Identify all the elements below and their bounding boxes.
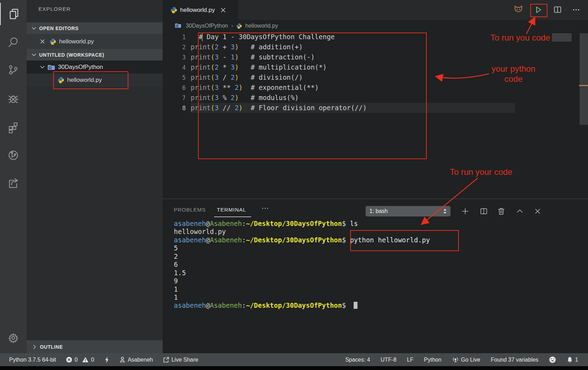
tree-item-folder[interactable]: 30DaysOfPython: [27, 61, 163, 73]
open-editors-section-header[interactable]: OPEN EDITORS: [27, 22, 163, 34]
warning-count: 0: [91, 357, 94, 363]
scrollbar-marker: [579, 85, 588, 86]
variables-status[interactable]: Found 37 variables: [491, 357, 538, 363]
share-icon[interactable]: [0, 172, 27, 194]
tab-terminal[interactable]: TERMINAL: [217, 207, 246, 213]
run-button[interactable]: [532, 3, 545, 16]
open-editor-item[interactable]: helloworld.py: [27, 34, 163, 49]
search-icon[interactable]: [0, 31, 27, 53]
terminal-line: 9: [174, 277, 430, 285]
status-bar: Python 3.7.5 64-bit 0 0 Asabeneh Live Sh…: [0, 353, 588, 366]
code-line[interactable]: 6print(3 ** 2) # exponential(**): [163, 83, 588, 93]
close-panel-icon[interactable]: [532, 206, 543, 216]
source-control-icon[interactable]: [0, 59, 27, 81]
close-editor-icon[interactable]: [40, 39, 45, 44]
chevron-down-icon: [31, 52, 36, 57]
tab-helloworld[interactable]: helloworld.py: [163, 0, 238, 20]
line-number: 5: [163, 74, 191, 81]
terminal-cursor: [354, 302, 357, 309]
terminal-line: 1: [174, 293, 430, 301]
indentation-status[interactable]: Spaces: 4: [345, 357, 370, 363]
breadcrumb-file[interactable]: helloworld.py: [245, 23, 278, 29]
explorer-sidebar: EXPLORER OPEN EDITORS helloworld.py UNTI…: [27, 0, 163, 353]
code-text: print(2 * 3) # multiplication(*): [191, 62, 515, 72]
warning-icon: [82, 356, 89, 363]
python-file-icon: [49, 38, 56, 45]
sidebar-title: EXPLORER: [38, 6, 71, 12]
explorer-icon[interactable]: [0, 3, 27, 25]
tab-problems[interactable]: PROBLEMS: [174, 207, 206, 213]
code-line[interactable]: 1 # Day 1 - 30DaysOfPython Challenge: [163, 32, 588, 42]
python-interpreter-status[interactable]: Python 3.7.5 64-bit: [9, 357, 56, 363]
terminal-output[interactable]: asabeneh@Asabeneh:~/Desktop/30DaysOfPyth…: [174, 220, 430, 310]
settings-gear-icon[interactable]: [0, 327, 27, 349]
folder-name-label: 30DaysOfPython: [58, 64, 103, 71]
code-line[interactable]: 4print(2 * 3) # multiplication(*): [163, 62, 588, 72]
extensions-icon[interactable]: [0, 116, 27, 138]
outline-label: OUTLINE: [40, 344, 63, 350]
outline-section-header[interactable]: OUTLINE: [27, 340, 163, 353]
open-editor-file-label: helloworld.py: [59, 38, 94, 45]
terminal-line: asabeneh@Asabeneh:~/Desktop/30DaysOfPyth…: [174, 236, 430, 244]
terminal-line: helloworld.py: [174, 228, 430, 236]
chevron-down-icon: [40, 65, 45, 70]
problems-status[interactable]: 0 0: [66, 356, 94, 363]
go-live-label: Go Live: [461, 357, 480, 363]
breadcrumb-folder[interactable]: 30DaysOfPython: [186, 23, 228, 29]
shell-selector[interactable]: 1: bash: [366, 206, 451, 216]
lightning-status[interactable]: [104, 356, 109, 363]
eol-status[interactable]: LF: [407, 357, 413, 363]
code-text: print(3 ** 2) # exponential(**): [191, 83, 515, 93]
line-number: 2: [163, 44, 191, 51]
code-line[interactable]: 2print(2 + 3) # addition(+): [163, 42, 588, 52]
cat-icon[interactable]: [512, 3, 525, 16]
minimap[interactable]: [552, 34, 572, 42]
live-share-session-icon[interactable]: [0, 144, 27, 166]
folder-icon: [48, 64, 55, 71]
maximize-panel-icon[interactable]: [515, 206, 525, 216]
broadcast-icon: [452, 356, 459, 363]
code-text: print(3 - 1) # subtraction(-): [191, 52, 515, 62]
live-share-status[interactable]: Live Share: [163, 356, 198, 363]
split-terminal-icon[interactable]: [479, 206, 489, 216]
bell-icon: [567, 356, 573, 363]
close-tab-icon[interactable]: [220, 7, 226, 13]
debug-icon[interactable]: [0, 88, 27, 110]
terminal-line: 1.5: [174, 269, 430, 277]
code-line[interactable]: 5print(3 / 2) # division(/): [163, 72, 588, 83]
editor-scrollbar[interactable]: [580, 33, 588, 125]
code-text: # Day 1 - 30DaysOfPython Challenge: [191, 32, 515, 42]
tree-item-file[interactable]: helloworld.py: [27, 73, 163, 87]
feedback-smiley[interactable]: [549, 356, 556, 363]
go-live-status[interactable]: Go Live: [452, 356, 480, 363]
bottom-panel: PROBLEMS TERMINAL ⋯ 1: bash asabeneh@Asa…: [163, 199, 588, 353]
account-status[interactable]: Asabeneh: [119, 356, 153, 363]
workspace-section-header[interactable]: UNTITLED (WORKSPACE): [27, 49, 163, 61]
line-number: 4: [163, 64, 191, 71]
new-terminal-icon[interactable]: [460, 206, 470, 216]
breadcrumb-separator: ›: [231, 23, 233, 29]
activity-bar: [0, 0, 27, 353]
line-number: 7: [163, 94, 191, 101]
live-share-label: Live Share: [171, 357, 198, 363]
window-bottom-edge: [0, 366, 588, 370]
active-tab-underline: [214, 216, 251, 217]
panel-more-tabs[interactable]: ⋯: [262, 204, 269, 212]
python-file-icon: [57, 77, 64, 84]
user-label: Asabeneh: [128, 357, 153, 363]
encoding-status[interactable]: UTF-8: [381, 357, 396, 363]
terminal-line: 2: [174, 252, 430, 261]
code-line[interactable]: 3print(3 - 1) # subtraction(-): [163, 52, 588, 62]
terminal-line: asabeneh@Asabeneh:~/Desktop/30DaysOfPyth…: [174, 301, 430, 309]
language-mode-status[interactable]: Python: [424, 357, 441, 363]
notifications-bell[interactable]: 1: [567, 356, 578, 363]
split-editor-icon[interactable]: [551, 3, 564, 16]
code-editor[interactable]: 1 # Day 1 - 30DaysOfPython Challenge2pri…: [163, 32, 588, 113]
python-file-icon: [170, 7, 177, 14]
kill-terminal-icon[interactable]: [496, 206, 506, 216]
code-line[interactable]: 7print(3 % 2) # modulus(%): [163, 93, 588, 103]
line-number: 6: [163, 84, 191, 91]
terminal-line: 1: [174, 285, 430, 293]
more-actions-icon[interactable]: [570, 3, 582, 16]
code-line[interactable]: 8print(3 // 2) # Floor division operator…: [163, 103, 588, 113]
